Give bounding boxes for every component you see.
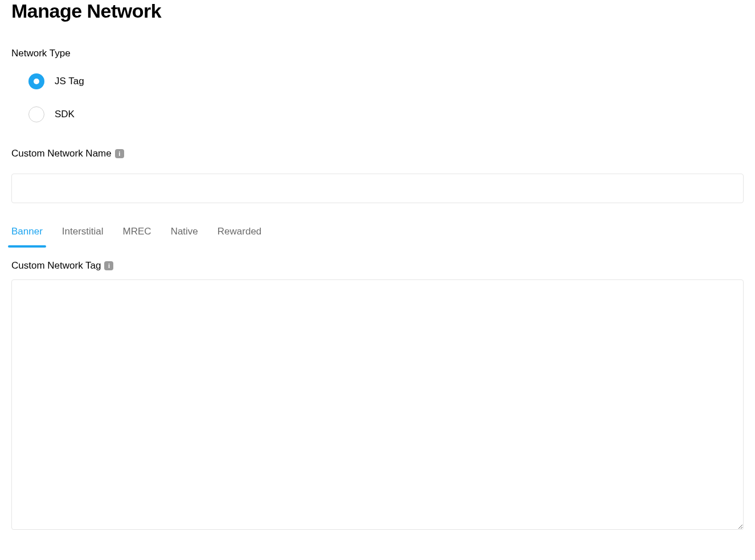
info-icon[interactable]: i bbox=[115, 149, 124, 158]
radio-unselected-icon bbox=[28, 106, 44, 122]
ad-format-tabs: Banner Interstitial MREC Native Rewarded bbox=[11, 226, 744, 248]
radio-sdk-label: SDK bbox=[55, 109, 75, 120]
custom-network-tag-label-text: Custom Network Tag bbox=[11, 260, 101, 271]
network-type-radio-group: JS Tag SDK bbox=[11, 73, 744, 122]
custom-network-name-label-text: Custom Network Name bbox=[11, 148, 112, 159]
custom-network-tag-label: Custom Network Tag i bbox=[11, 260, 744, 271]
tab-banner[interactable]: Banner bbox=[11, 226, 43, 248]
radio-js-tag[interactable]: JS Tag bbox=[28, 73, 744, 89]
page-title: Manage Network bbox=[11, 0, 744, 22]
radio-selected-icon bbox=[28, 73, 44, 89]
tab-native[interactable]: Native bbox=[171, 226, 198, 248]
network-type-label-text: Network Type bbox=[11, 48, 71, 59]
custom-network-name-input[interactable] bbox=[11, 174, 744, 203]
radio-sdk[interactable]: SDK bbox=[28, 106, 744, 122]
custom-network-tag-textarea[interactable] bbox=[11, 279, 744, 530]
radio-js-tag-label: JS Tag bbox=[55, 76, 84, 87]
network-type-label: Network Type bbox=[11, 48, 744, 59]
tab-rewarded[interactable]: Rewarded bbox=[218, 226, 262, 248]
tab-interstitial[interactable]: Interstitial bbox=[62, 226, 104, 248]
info-icon[interactable]: i bbox=[104, 261, 113, 270]
custom-network-name-label: Custom Network Name i bbox=[11, 148, 744, 159]
tab-mrec[interactable]: MREC bbox=[123, 226, 151, 248]
